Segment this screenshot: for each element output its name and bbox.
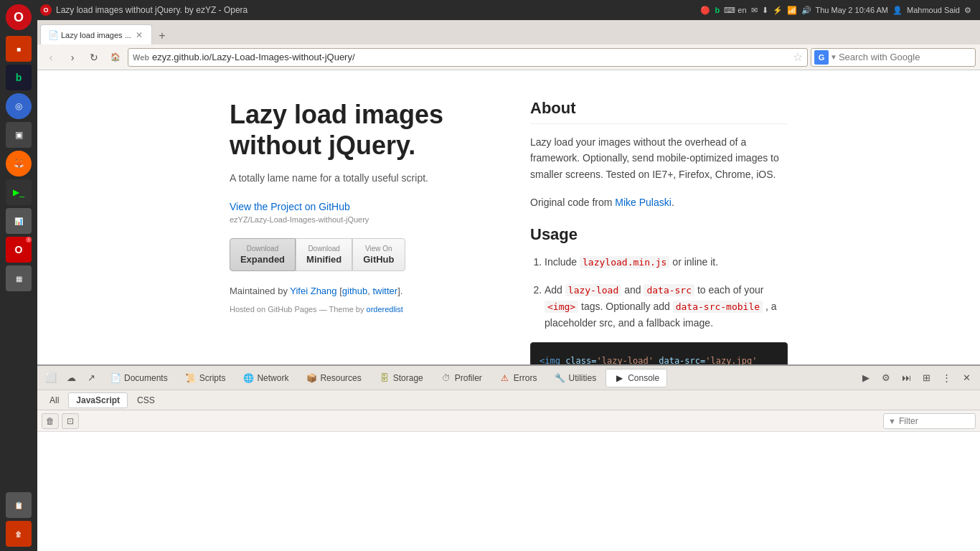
utilities-icon: 🔧 bbox=[554, 372, 565, 384]
lazyload-code: lazyload.min.js bbox=[580, 256, 669, 268]
more-icon: ⋮ bbox=[942, 372, 951, 383]
search-input[interactable] bbox=[839, 52, 972, 62]
view-github-label: View On bbox=[365, 245, 392, 253]
devtools-close-button[interactable]: ✕ bbox=[957, 369, 976, 387]
orderedlist-link[interactable]: orderedlist bbox=[367, 305, 403, 314]
profiler-icon: ⏱ bbox=[440, 372, 452, 384]
expand-icon: ⊡ bbox=[67, 416, 74, 426]
sidebar-icon-firefox[interactable]: 🦊 bbox=[6, 151, 32, 176]
usage-step-2: Add lazy-load and data-src to each of yo… bbox=[545, 282, 788, 331]
sidebar-icon-user[interactable]: 🗑 bbox=[6, 521, 32, 547]
address-input[interactable] bbox=[152, 52, 790, 62]
download-expanded-label: Download bbox=[247, 245, 278, 253]
errors-tab-label: Errors bbox=[514, 373, 537, 383]
bookmark-star-icon[interactable]: ☆ bbox=[793, 50, 803, 64]
maintained-by: Maintained by Yifei Zhang [github, twitt… bbox=[230, 286, 487, 296]
forward-devtools-icon: ⏭ bbox=[902, 372, 911, 383]
sidebar-icon-monitor[interactable]: 📊 bbox=[6, 208, 32, 234]
inspect-icon: ⬜ bbox=[45, 372, 57, 383]
devtools-dragonfly-button[interactable]: ☁ bbox=[62, 369, 80, 387]
opera-menu[interactable]: Lazy load images without jQuery. by ezYZ… bbox=[56, 5, 248, 15]
sidebar-icon-terminal[interactable]: ▶_ bbox=[6, 179, 32, 205]
tabbar: 📄 Lazy load images ... ✕ + bbox=[37, 20, 980, 44]
devtools-tab-network[interactable]: 🌐 Network bbox=[235, 369, 296, 387]
devtools-tab-profiler[interactable]: ⏱ Profiler bbox=[433, 369, 490, 387]
subtab-javascript[interactable]: JavaScript bbox=[68, 392, 128, 408]
forward-icon: › bbox=[71, 52, 75, 63]
devtools-tab-utilities[interactable]: 🔧 Utilities bbox=[546, 369, 604, 387]
sidebar-icon-opera-red2[interactable]: O ! bbox=[6, 237, 32, 263]
storage-icon: 🗄 bbox=[379, 372, 390, 384]
run-icon: ▶ bbox=[862, 372, 870, 383]
original-author-link[interactable]: Mike Pulaski bbox=[615, 197, 672, 208]
hosted-by: Hosted on GitHub Pages — Theme by ordere… bbox=[230, 305, 487, 314]
new-tab-button[interactable]: + bbox=[154, 27, 171, 44]
github-profile-link[interactable]: github bbox=[342, 286, 367, 296]
bluetooth-icon: ⚡ bbox=[773, 6, 783, 15]
forward-button[interactable]: › bbox=[63, 48, 82, 67]
trash-icon: 🗑 bbox=[46, 416, 55, 426]
subtab-css[interactable]: CSS bbox=[129, 392, 163, 408]
devtools-tabs: 📄 Documents 📜 Scripts 🌐 Network 📦 Resour… bbox=[102, 369, 855, 387]
back-button[interactable]: ‹ bbox=[42, 48, 60, 67]
clear-console-button[interactable]: 🗑 bbox=[42, 413, 59, 429]
sidebar-icon-beatport[interactable]: b bbox=[6, 65, 32, 90]
about-text: Lazy load your images without the overhe… bbox=[530, 134, 788, 182]
download-minified-button[interactable]: Download Minified bbox=[296, 238, 352, 271]
original-code: Original code from Mike Pulaski. bbox=[530, 197, 788, 208]
subtitle: A totally lame name for a totally useful… bbox=[230, 172, 487, 184]
devtools-config-button[interactable]: ⚙ bbox=[877, 369, 895, 387]
address-bar[interactable]: Web ☆ bbox=[128, 48, 808, 67]
sidebar-icon-red[interactable]: ■ bbox=[6, 36, 32, 62]
devtools-inspect-button[interactable]: ⬜ bbox=[42, 369, 60, 387]
sidebar: O ■ b ◎ ▣ 🦊 ▶_ 📊 O ! ▦ 📋 🗑 bbox=[0, 0, 37, 551]
devtools-tab-storage[interactable]: 🗄 Storage bbox=[371, 369, 431, 387]
devtools-forward-button[interactable]: ⏭ bbox=[897, 369, 915, 387]
devtools-tab-errors[interactable]: ⚠ Errors bbox=[491, 369, 545, 387]
scripts-icon: 📜 bbox=[185, 372, 197, 384]
maintainer-link[interactable]: Yifei Zhang bbox=[290, 286, 336, 296]
download-expanded-button[interactable]: Download Expanded bbox=[230, 238, 296, 271]
filter-input[interactable] bbox=[899, 416, 971, 426]
clock: Thu May 2 10:46 AM bbox=[816, 6, 889, 14]
opera-icon[interactable]: O bbox=[6, 4, 32, 30]
download-minified-label: Download bbox=[308, 245, 339, 253]
view-github-type: GitHub bbox=[363, 254, 394, 265]
tab-title: Lazy load images ... bbox=[61, 31, 131, 39]
twitter-profile-link[interactable]: twitter bbox=[372, 286, 397, 296]
expand-console-button[interactable]: ⊡ bbox=[62, 413, 79, 429]
code-block: <img class='lazy-load' data-src='lazy.jp… bbox=[530, 342, 788, 364]
view-github-button[interactable]: View On GitHub bbox=[352, 238, 405, 271]
search-bar[interactable]: G ▼ bbox=[811, 48, 976, 67]
tab-favicon: 📄 bbox=[48, 30, 58, 40]
devtools-tab-scripts[interactable]: 📜 Scripts bbox=[177, 369, 234, 387]
tab-close-button[interactable]: ✕ bbox=[134, 30, 144, 40]
refresh-icon: ↻ bbox=[90, 52, 98, 63]
github-link[interactable]: View the Project on GitHub bbox=[230, 201, 487, 212]
console-icon: ▶ bbox=[613, 372, 625, 384]
sidebar-icon-bottom[interactable]: 📋 bbox=[6, 492, 32, 518]
username: Mahmoud Said bbox=[907, 6, 960, 14]
search-engine-selector[interactable]: ▼ bbox=[830, 53, 837, 61]
user-icon: 👤 bbox=[892, 6, 903, 15]
refresh-button[interactable]: ↻ bbox=[85, 48, 103, 67]
console-tab-label: Console bbox=[628, 373, 659, 383]
active-tab[interactable]: 📄 Lazy load images ... ✕ bbox=[40, 24, 152, 44]
devtools-run-button[interactable]: ▶ bbox=[857, 369, 875, 387]
sidebar-icon-box[interactable]: ▣ bbox=[6, 122, 32, 148]
devtools-detach-button[interactable]: ↗ bbox=[82, 369, 100, 387]
titlebar-system: 🔴 b ⌨ en ✉ ⬇ ⚡ 📶 🔊 Thu May 2 10:46 AM 👤 … bbox=[700, 6, 977, 15]
subtab-all[interactable]: All bbox=[42, 392, 67, 408]
home-button[interactable]: 🏠 bbox=[106, 48, 125, 67]
download-minified-type: Minified bbox=[306, 254, 341, 265]
devtools-tab-documents[interactable]: 📄 Documents bbox=[102, 369, 176, 387]
devtools-more-button[interactable]: ⋮ bbox=[937, 369, 956, 387]
sidebar-icon-grid[interactable]: ▦ bbox=[6, 265, 32, 291]
devtools-layout-button[interactable]: ⊞ bbox=[917, 369, 936, 387]
devtools-tab-resources[interactable]: 📦 Resources bbox=[298, 369, 369, 387]
content-area: Lazy load images without jQuery. A total… bbox=[37, 70, 980, 364]
usage-step-1: Include lazyload.min.js or inline it. bbox=[545, 254, 788, 270]
devtools-tab-console[interactable]: ▶ Console bbox=[606, 369, 667, 387]
devtools-right-buttons: ▶ ⚙ ⏭ ⊞ ⋮ ✕ bbox=[857, 369, 976, 387]
sidebar-icon-blue[interactable]: ◎ bbox=[6, 93, 32, 119]
